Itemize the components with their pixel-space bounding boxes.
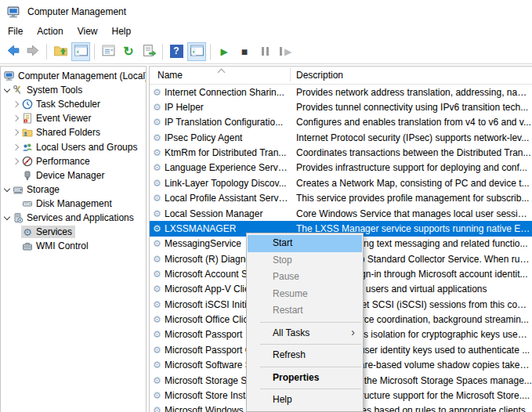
service-row-local-profile-assistant-servic[interactable]: ⚙Local Profile Assistant ServiceThis ser… [150,191,532,206]
tree-item-label: Computer Management (Local) [15,70,147,81]
menu-item-properties[interactable]: Properties [248,370,362,387]
export-list-button[interactable] [139,42,158,61]
show-console-tree-button[interactable] [71,42,90,61]
tree-item-local-users-and-groups[interactable]: Local Users and Groups [1,139,146,154]
tree-item-label: Services and Applications [24,212,134,223]
service-row-language-experience-service[interactable]: ⚙Language Experience ServiceProvides inf… [150,161,532,175]
tree-item-storage[interactable]: Storage [1,183,146,197]
restart-service-button[interactable]: ▶ [276,42,295,61]
up-one-level-button[interactable] [51,42,70,61]
up-one-level-icon [53,43,68,60]
service-gear-icon: ⚙ [152,315,162,324]
tree-item-computer-management-local[interactable]: Computer Management (Local) [1,69,146,83]
device-icon [22,170,33,181]
column-divider[interactable] [290,68,291,81]
chevron-right-icon[interactable] [12,102,21,107]
menu-item-help[interactable]: Help [248,392,362,409]
menu-item-resume[interactable]: Resume [248,286,362,303]
tree-item-wmi-control[interactable]: WMI Control [1,239,146,253]
menu-separator [260,389,361,389]
wmi-icon [22,240,33,251]
service-description: Provides infrastructure support for depl… [296,162,532,173]
title-bar: Computer Management [0,0,532,23]
menu-file[interactable]: File [1,24,30,38]
tree-item-disk-management[interactable]: Disk Management [1,197,146,211]
service-row-internet-connection-sharin[interactable]: ⚙Internet Connection Sharin...Provides n… [150,85,532,99]
help-icon: ? [170,45,183,58]
disk-icon [22,198,33,209]
menu-item-pause[interactable]: Pause [248,269,362,286]
tree-item-event-viewer[interactable]: Event Viewer [1,111,146,125]
pause-service-button[interactable] [255,42,274,61]
service-description: Creates a Network Map, consisting of PC … [296,178,532,189]
service-row-ktmrm-for-distributed-tran[interactable]: ⚙KtmRm for Distributed Tran...Coordinate… [150,145,532,160]
menu-separator [260,322,361,323]
back-button[interactable] [3,42,22,61]
start-service-button[interactable]: ▶ [215,42,233,61]
service-name: IP Helper [165,102,289,113]
tree-item-body: Storage [12,183,63,196]
service-description: Internet Protocol security (IPsec) suppo… [296,132,532,143]
export-list-icon [142,43,157,60]
tree-item-label: Storage [24,184,60,195]
service-gear-icon: ⚙ [152,406,162,412]
service-description: Provides tunnel connectivity using IPv6 … [296,102,532,113]
service-gear-icon: ⚙ [152,376,162,385]
tree-item-body: Event Viewer [21,112,94,125]
chevron-down-icon[interactable] [2,216,12,219]
service-description: Core Windows Service that manages local … [296,208,532,219]
menu-item-restart[interactable]: Restart [248,302,362,320]
service-row-local-session-manager[interactable]: ⚙Local Session ManagerCore Windows Servi… [150,206,532,221]
chevron-down-icon[interactable] [2,89,12,92]
clock-icon [22,99,33,110]
show-action-pane-button[interactable] [187,42,206,61]
tree-item-label: WMI Control [33,240,89,251]
column-header-description[interactable]: Description [296,70,343,81]
chevron-right-icon[interactable] [12,116,21,121]
service-row-ipsec-policy-agent[interactable]: ⚙IPsec Policy AgentInternet Protocol sec… [150,130,532,145]
service-gear-icon: ⚙ [152,117,162,127]
service-name: Local Profile Assistant Service [165,193,289,204]
service-name: IPsec Policy Agent [165,132,289,143]
tree-item-body: Local Users and Groups [21,141,140,154]
chevron-down-icon[interactable] [2,188,12,191]
chevron-right-icon[interactable] [12,159,21,164]
performance-icon [22,156,33,167]
menu-action[interactable]: Action [30,24,70,38]
forward-button[interactable] [24,42,42,61]
pause-service-icon [260,47,270,56]
back-icon [5,43,20,60]
stop-service-button[interactable]: ■ [235,42,254,61]
menu-view[interactable]: View [71,24,105,38]
show-action-pane-icon [190,43,204,60]
menu-help[interactable]: Help [105,24,139,38]
help-button[interactable]: ? [167,42,186,61]
service-row-ip-helper[interactable]: ⚙IP HelperProvides tunnel connectivity u… [150,99,532,114]
tree-item-body: System Tools [12,84,85,96]
tree-item-services-and-applications[interactable]: Services and Applications [1,211,146,225]
tree-item-services[interactable]: ⚙Services [1,225,146,239]
sort-ascending-icon [218,69,226,77]
service-gear-icon: ⚙ [152,133,162,143]
chevron-right-icon[interactable] [12,145,21,150]
menu-item-all-tasks[interactable]: All Tasks› [248,325,362,342]
tree-item-label: Services [33,226,72,237]
tree-item-system-tools[interactable]: System Tools [1,83,146,97]
service-row-ip-translation-configuratio[interactable]: ⚙IP Translation Configuratio...Configure… [150,115,532,130]
list-header: Name Description [150,67,532,85]
tree-item-performance[interactable]: Performance [1,154,146,168]
tree-item-task-scheduler[interactable]: Task Scheduler [1,97,146,111]
properties-button[interactable] [99,42,118,61]
menu-item-start[interactable]: Start [248,235,362,252]
menu-bar: FileActionViewHelp [0,23,532,39]
chevron-right-icon[interactable] [12,130,21,135]
tree-item-shared-folders[interactable]: Shared Folders [1,125,146,139]
menu-item-refresh[interactable]: Refresh [248,347,362,364]
service-gear-icon: ⚙ [152,88,162,97]
service-row-link-layer-topology-discov[interactable]: ⚙Link-Layer Topology Discov...Creates a … [150,175,532,190]
properties-icon [101,43,116,60]
refresh-button[interactable]: ↻ [119,42,138,61]
column-header-name[interactable]: Name [157,70,183,81]
menu-item-stop[interactable]: Stop [248,252,362,269]
tree-item-device-manager[interactable]: Device Manager [1,168,146,183]
